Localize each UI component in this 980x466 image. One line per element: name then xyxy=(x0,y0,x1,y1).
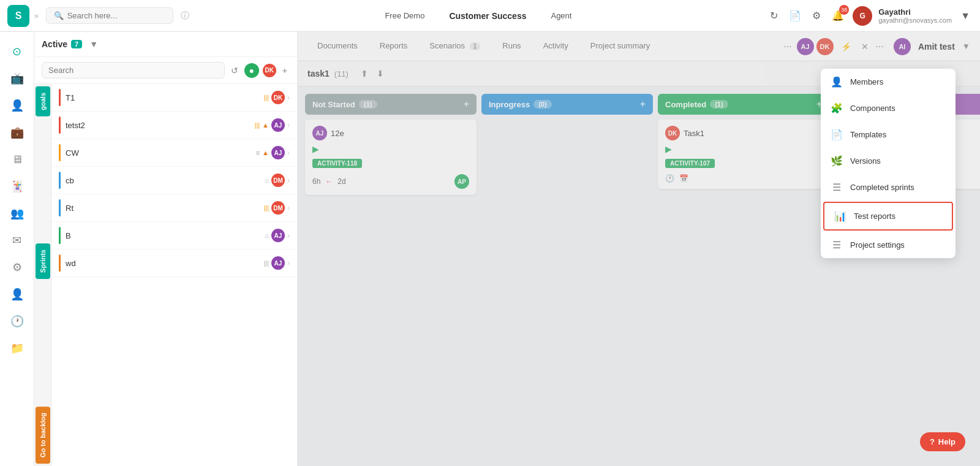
sprint-member-avatar: AJ xyxy=(271,118,285,132)
sprint-header: Active 7 ▼ xyxy=(34,32,297,57)
priority-icon: ⌂ xyxy=(265,177,269,184)
list-item[interactable]: Rt ||| DM › xyxy=(51,194,297,222)
list-item[interactable]: T1 ||| DK › xyxy=(51,84,297,112)
sidebar-icon-monitor[interactable]: 🖥 xyxy=(5,147,29,172)
avatar: G xyxy=(853,6,872,26)
sprint-name: cb xyxy=(66,176,260,185)
menu-label-members: Members xyxy=(850,77,883,86)
sprint-color-bar xyxy=(59,116,61,134)
sprint-search-row: ↺ ● DK + xyxy=(34,57,297,84)
sprint-member-avatar: AJ xyxy=(271,229,285,242)
nav-right: ↻ 📄 ⚙ 🔔 38 G Gayathri gayathri@snovasys.… xyxy=(767,6,973,26)
menu-item-project-settings[interactable]: ☰ Project settings xyxy=(821,232,956,258)
menu-item-test-reports[interactable]: 📊 Test reports xyxy=(823,202,953,231)
menu-item-completed-sprints[interactable]: ☰ Completed sprints xyxy=(821,174,956,201)
sidebar-icon-dashboard[interactable]: ⊙ xyxy=(5,39,29,64)
sprint-icons: ||| DK › xyxy=(263,91,290,104)
free-demo-button[interactable]: Free Demo xyxy=(375,7,434,24)
vertical-tabs: goals Sprints Go to backlog xyxy=(34,84,51,466)
sidebar-icon-user-settings[interactable]: 👤 xyxy=(5,282,29,307)
nav-expand-icon[interactable]: » xyxy=(34,12,39,20)
sidebar-icon-card[interactable]: 🃏 xyxy=(5,174,29,199)
sidebar-icon-person[interactable]: 👤 xyxy=(5,93,29,118)
tab-backlog[interactable]: Go to backlog xyxy=(36,407,50,464)
dropdown-menu: 👤 Members 🧩 Components 📄 Templates 🌿 Ver… xyxy=(821,69,956,258)
sprint-color-bar xyxy=(59,199,61,216)
sprint-icons: ⌂ DM › xyxy=(265,174,290,187)
sidebar-icon-briefcase[interactable]: 💼 xyxy=(5,120,29,145)
sidebar-icon-file[interactable]: 📁 xyxy=(5,336,29,361)
project-settings-icon: ☰ xyxy=(831,239,843,251)
menu-item-components[interactable]: 🧩 Components xyxy=(821,95,956,121)
chevron-right-icon: › xyxy=(287,204,290,212)
templates-icon: 📄 xyxy=(831,129,843,140)
completed-sprints-icon: ☰ xyxy=(831,181,843,193)
info-icon[interactable]: ⓘ xyxy=(181,10,189,21)
sprint-color-bar xyxy=(59,144,61,161)
project-name: Customer Success xyxy=(449,11,526,21)
sprint-color-bar xyxy=(59,254,61,272)
menu-item-templates[interactable]: 📄 Templates xyxy=(821,121,956,148)
list-item[interactable]: cb ⌂ DM › xyxy=(51,167,297,194)
menu-label-test-reports: Test reports xyxy=(854,212,895,221)
menu-item-members[interactable]: 👤 Members xyxy=(821,69,956,95)
chevron-right-icon: › xyxy=(287,231,290,240)
sidebar-icon-team[interactable]: 👥 xyxy=(5,201,29,226)
notification-bell[interactable]: 🔔 38 xyxy=(829,7,846,24)
sprint-add-button[interactable]: + xyxy=(280,63,290,78)
menu-item-versions[interactable]: 🌿 Versions xyxy=(821,148,956,174)
menu-label-completed-sprints: Completed sprints xyxy=(850,183,914,192)
user-email: gayathri@snovasys.com xyxy=(878,17,952,24)
sprint-member-avatar: AJ xyxy=(271,256,285,270)
list-item[interactable]: CW ≡ ▲ AJ › xyxy=(51,139,297,167)
sprint-dropdown-button[interactable]: ▼ xyxy=(87,37,100,52)
list-item[interactable]: tetst2 ||| ▲ AJ › xyxy=(51,112,297,139)
help-icon: ? xyxy=(930,437,935,446)
warning-icon: ▲ xyxy=(262,121,269,129)
help-button[interactable]: ? Help xyxy=(920,432,965,451)
list-item[interactable]: wd ||| AJ › xyxy=(51,250,297,277)
sidebar-icon-clock[interactable]: 🕐 xyxy=(5,309,29,334)
search-input[interactable] xyxy=(67,11,165,20)
versions-icon: 🌿 xyxy=(831,155,843,167)
sprint-member-avatar: DK xyxy=(271,91,285,104)
sprint-icons: ||| ▲ AJ › xyxy=(255,118,290,132)
sprint-add-avatar: ● xyxy=(244,63,259,78)
priority-icon: ||| xyxy=(263,204,269,212)
sprint-icons: ||| DM › xyxy=(263,201,290,215)
main-layout: ⊙ 📺 👤 💼 🖥 🃏 👥 ✉ ⚙ 👤 🕐 📁 Active 7 ▼ ↺ ● D… xyxy=(0,32,980,466)
sprint-color-bar xyxy=(59,227,61,244)
tab-goals[interactable]: goals xyxy=(36,86,50,116)
search-icon: 🔍 xyxy=(54,11,64,20)
top-navbar: S » 🔍 ⓘ Free Demo Customer Success Agent… xyxy=(0,0,980,32)
sprint-icons: ⌂ AJ › xyxy=(265,229,290,242)
settings-icon[interactable]: ⚙ xyxy=(810,7,823,24)
priority-icon: ||| xyxy=(263,94,269,101)
refresh-icon[interactable]: ↻ xyxy=(767,7,780,24)
sidebar-icon-mail[interactable]: ✉ xyxy=(5,228,29,253)
document-icon[interactable]: 📄 xyxy=(786,7,804,24)
chevron-right-icon: › xyxy=(287,121,290,129)
sprint-icons: ≡ ▲ AJ › xyxy=(256,146,290,159)
app-logo[interactable]: S xyxy=(7,5,29,27)
help-label: Help xyxy=(938,437,956,446)
user-info: Gayathri gayathri@snovasys.com xyxy=(878,7,952,24)
sprint-name: wd xyxy=(66,259,258,268)
user-dropdown-arrow[interactable]: ▼ xyxy=(958,8,973,24)
sprint-name: CW xyxy=(66,148,251,158)
user-name: Gayathri xyxy=(878,7,952,17)
sprint-search-input[interactable] xyxy=(42,62,225,78)
list-item[interactable]: B ⌂ AJ › xyxy=(51,222,297,250)
sprint-undo-icon[interactable]: ↺ xyxy=(228,63,241,78)
members-icon: 👤 xyxy=(831,76,843,88)
test-reports-icon: 📊 xyxy=(834,210,846,222)
tab-sprints[interactable]: Sprints xyxy=(36,243,50,279)
sprint-icons: ||| AJ › xyxy=(263,256,290,270)
chevron-right-icon: › xyxy=(287,148,290,157)
sprint-name: T1 xyxy=(66,93,258,102)
sidebar-icon-gear[interactable]: ⚙ xyxy=(5,255,29,280)
sprint-list: T1 ||| DK › tetst2 ||| ▲ AJ › xyxy=(51,84,297,466)
chevron-right-icon: › xyxy=(287,93,290,102)
agent-button[interactable]: Agent xyxy=(541,7,581,24)
sidebar-icon-tv[interactable]: 📺 xyxy=(5,66,29,91)
